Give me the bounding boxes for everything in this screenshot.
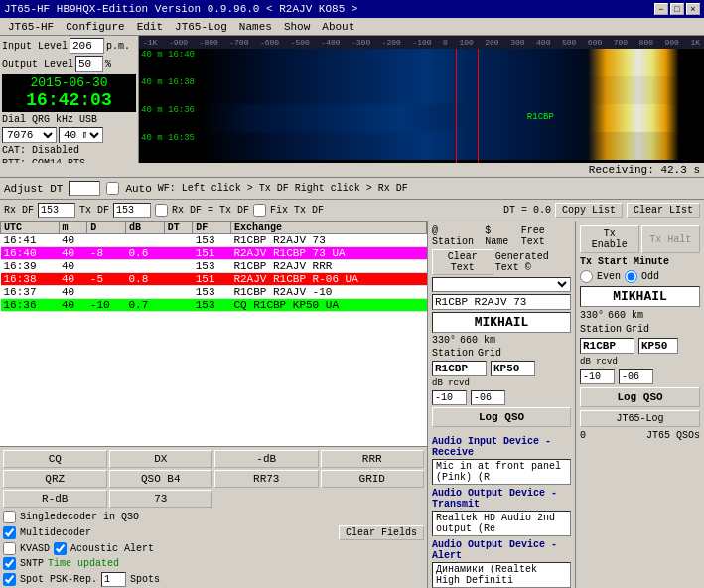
tx-rcvd-input[interactable] (619, 369, 653, 384)
rx-eq-tx-checkbox[interactable] (155, 204, 168, 217)
wf-data-4[interactable] (199, 132, 704, 160)
station-at-label: @ Station (432, 225, 482, 247)
right-area: @ Station $ Name Free Text Clear Text Ge… (427, 221, 704, 588)
db-button[interactable]: -dB (214, 450, 319, 468)
fix-tx-checkbox[interactable] (253, 204, 266, 217)
clear-text-button[interactable]: Clear Text (432, 249, 493, 275)
rx-df-input[interactable] (38, 203, 75, 218)
tx-station-label: Station (580, 324, 622, 335)
table-row[interactable]: 16:3940153R1CBP R2AJV RRR (1, 260, 427, 273)
input-level-input[interactable] (70, 38, 104, 54)
73-button[interactable]: 73 (109, 490, 213, 508)
tx-df-label: Tx DF (79, 205, 109, 216)
grid-value-input[interactable] (491, 361, 535, 376)
tx-btn-row: Tx Enable Tx Halt (580, 225, 700, 253)
db-label-row: dB rcvd (432, 378, 571, 388)
menu-jt65log[interactable]: JT65-Log (169, 20, 233, 34)
audio-receive-value: Mic in at front panel (Pink) (R (432, 459, 571, 485)
rcvd-value-input[interactable] (471, 390, 505, 405)
table-row[interactable]: 16:3740153R1CBP R2AJV -10 (1, 286, 427, 299)
acoustic-checkbox[interactable] (54, 542, 67, 555)
station-value-input[interactable] (432, 361, 487, 376)
log-table-area[interactable]: UTC m D dB DT DF Exchange 16:4140153R1CB… (0, 221, 427, 446)
r-db-button[interactable]: R-dB (3, 490, 107, 508)
jt65-log-row: JT65-Log (580, 410, 700, 427)
band-select[interactable]: 40 m (59, 127, 103, 143)
db-value-input[interactable] (432, 390, 467, 405)
copy-list-button[interactable]: Copy List (555, 203, 623, 218)
wf-band-label-4: 40 m 16:35 (139, 132, 199, 160)
output-level-label: Output Level (2, 59, 73, 70)
even-odd-row: Even Odd (580, 270, 700, 283)
spots-count-input[interactable] (101, 572, 126, 587)
jt65-log-button[interactable]: JT65-Log (580, 410, 700, 427)
dial-qrg-label: Dial QRG kHz USB (2, 114, 97, 125)
tx-enable-button[interactable]: Tx Enable (580, 225, 639, 253)
left-controls-panel: Input Level p.m. Output Level % 2015-06-… (0, 36, 139, 163)
tx-halt-button[interactable]: Tx Halt (641, 225, 701, 253)
rrr-button[interactable]: RRR (321, 450, 425, 468)
audio-alert-label: Audio Output Device - Alert (432, 539, 571, 561)
wf-data-2[interactable] (199, 76, 704, 104)
even-radio[interactable] (580, 270, 593, 283)
wf-info: WF: Left click > Tx DF Right click > Rx … (158, 183, 408, 194)
table-row[interactable]: 16:4140153R1CBP R2AJV 73 (1, 234, 427, 247)
log-qso-button[interactable]: Log QSO (432, 407, 571, 427)
menu-show[interactable]: Show (278, 20, 316, 34)
menu-bar: JT65-HF Configure Edit JT65-Log Names Sh… (0, 18, 704, 36)
wf-data-1[interactable] (199, 49, 704, 76)
clear-list-button[interactable]: Clear LIst (627, 203, 700, 218)
sntp-checkbox[interactable] (3, 557, 16, 570)
kvasd-label: KVASD (20, 543, 50, 554)
auto-checkbox[interactable] (106, 182, 119, 195)
wf-data-3[interactable]: R1CBP (199, 104, 704, 132)
kvasd-checkbox[interactable] (3, 542, 16, 555)
station-grid-row: Station Grid (432, 348, 571, 359)
main-layout: Input Level p.m. Output Level % 2015-06-… (0, 36, 704, 588)
dx-button[interactable]: DX (109, 450, 213, 468)
qso-count-value: 0 (580, 430, 586, 441)
auto-label: Auto (125, 183, 151, 195)
minimize-button[interactable]: − (654, 3, 668, 15)
table-row[interactable]: 16:3840-50.8151R2AJV R1CBP R-06 UA (1, 273, 427, 286)
input-level-label: Input Level (2, 41, 68, 52)
audio-alert-value: Динамики (Realtek High Definiti (432, 562, 571, 588)
dial-qrg-select[interactable]: 7076 (2, 127, 57, 143)
menu-names[interactable]: Names (233, 20, 278, 34)
tx-log-qso-button[interactable]: Log QSO (580, 387, 700, 407)
station-dropdown[interactable] (432, 277, 571, 292)
distance-value: 660 km (460, 335, 495, 346)
menu-jt65hf[interactable]: JT65-HF (2, 20, 60, 34)
menu-edit[interactable]: Edit (131, 20, 169, 34)
tx-df-input[interactable] (113, 203, 151, 218)
qso-count-row: 0 JT65 QSOs (580, 430, 700, 441)
qso-b4-button[interactable]: QSO B4 (109, 470, 213, 488)
tx-grid-input[interactable] (638, 338, 678, 354)
band-row: 7076 40 m (2, 127, 136, 143)
audio-transmit-value: Realtek HD Audio 2nd output (Re (432, 511, 571, 536)
rr73-button[interactable]: RR73 (214, 470, 319, 488)
cq-button[interactable]: CQ (3, 450, 107, 468)
dt-spinbox[interactable] (69, 181, 100, 196)
menu-configure[interactable]: Configure (60, 20, 130, 34)
clear-fields-button[interactable]: Clear Fields (339, 525, 424, 540)
menu-about[interactable]: About (316, 20, 360, 34)
tx-db-input[interactable] (580, 369, 615, 384)
close-button[interactable]: × (686, 3, 700, 15)
grid-button[interactable]: GRID (321, 470, 425, 488)
table-row[interactable]: 16:4040-80.6151R2AJV R1CBP 73 UA (1, 247, 427, 260)
table-row[interactable]: 16:3640-100.7153CQ R1CBP KP50 UA (1, 299, 427, 312)
tx-station-input[interactable] (580, 338, 634, 354)
single-decoder-checkbox[interactable] (3, 511, 16, 523)
generated-text-input[interactable] (432, 294, 571, 310)
tx-degrees: 330° (580, 310, 604, 321)
station-name-row: @ Station $ Name Free Text (432, 225, 571, 247)
qrz-button[interactable]: QRZ (3, 470, 107, 488)
odd-radio[interactable] (625, 270, 637, 283)
station-grid-values (432, 361, 571, 376)
callsign-display: MIKHAIL (432, 312, 571, 333)
multidecoder-checkbox[interactable] (3, 526, 16, 539)
output-level-input[interactable] (75, 56, 103, 72)
maximize-button[interactable]: □ (670, 3, 684, 15)
spot-checkbox[interactable] (3, 573, 16, 586)
